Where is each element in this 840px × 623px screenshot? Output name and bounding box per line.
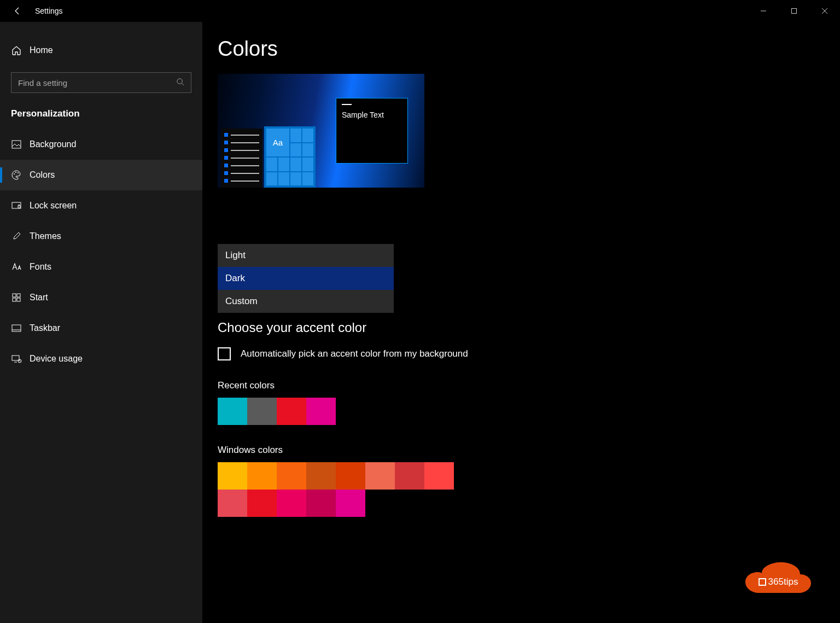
sidebar-item-colors[interactable]: Colors — [0, 160, 202, 190]
windows-color-swatch[interactable] — [247, 490, 277, 517]
svg-point-1 — [177, 79, 182, 84]
sidebar-item-label: Start — [30, 293, 48, 302]
sidebar-item-label: Fonts — [30, 262, 51, 272]
sidebar-item-label: Device usage — [30, 354, 83, 364]
sidebar-home-label: Home — [30, 45, 53, 55]
sidebar-item-device-usage[interactable]: Device usage — [0, 343, 202, 374]
windows-color-swatch[interactable] — [336, 462, 365, 490]
preview-sample-window: Sample Text — [336, 98, 408, 164]
recent-colors-row — [218, 398, 840, 425]
sidebar-item-themes[interactable]: Themes — [0, 221, 202, 252]
page-title: Colors — [218, 37, 840, 61]
search-placeholder: Find a setting — [18, 78, 67, 88]
recent-color-swatch[interactable] — [218, 398, 247, 425]
watermark-365tips: 365tips — [748, 564, 808, 600]
maximize-button[interactable] — [779, 0, 809, 22]
windows-color-swatch[interactable] — [277, 490, 306, 517]
preview-start-list — [221, 129, 262, 188]
picture-icon — [11, 139, 30, 150]
sidebar: Home Find a setting Personalization Back… — [0, 22, 202, 623]
recent-colors-label: Recent colors — [218, 380, 840, 391]
windows-colors-label: Windows colors — [218, 445, 840, 456]
search-icon — [176, 78, 184, 88]
accent-heading: Choose your accent color — [218, 320, 840, 335]
dropdown-option-label: Dark — [225, 273, 245, 284]
sidebar-item-taskbar[interactable]: Taskbar — [0, 313, 202, 343]
dropdown-option-custom[interactable]: Custom — [218, 290, 394, 313]
svg-rect-7 — [18, 206, 20, 208]
recent-color-swatch[interactable] — [306, 398, 336, 425]
windows-color-swatch[interactable] — [424, 462, 454, 490]
dropdown-option-label: Custom — [225, 296, 258, 307]
lock-screen-icon — [11, 200, 30, 211]
sidebar-item-label: Lock screen — [30, 201, 77, 211]
preview-start-tiles: Aa — [264, 126, 316, 188]
windows-color-swatch[interactable] — [395, 462, 424, 490]
minimize-button[interactable] — [748, 0, 779, 22]
brush-icon — [11, 231, 30, 242]
recent-color-swatch[interactable] — [277, 398, 306, 425]
dropdown-option-light[interactable]: Light — [218, 244, 394, 267]
sidebar-home[interactable]: Home — [0, 35, 202, 66]
windows-colors-grid — [218, 462, 840, 517]
windows-color-swatch[interactable] — [218, 462, 247, 490]
main-pane: Colors Aa Sample Text Transparency effec… — [218, 27, 840, 623]
office-logo-icon — [759, 578, 766, 586]
auto-accent-label: Automatically pick an accent color from … — [241, 348, 468, 359]
svg-rect-9 — [17, 294, 20, 297]
dropdown-option-dark[interactable]: Dark — [218, 267, 394, 290]
sidebar-item-label: Taskbar — [30, 323, 60, 333]
sidebar-item-fonts[interactable]: Fonts — [0, 252, 202, 282]
windows-color-swatch[interactable] — [336, 490, 365, 517]
windows-color-swatch[interactable] — [365, 462, 395, 490]
watermark-text: 365tips — [768, 577, 798, 587]
start-icon — [11, 292, 30, 303]
svg-rect-12 — [12, 325, 21, 331]
auto-accent-checkbox[interactable] — [218, 347, 231, 360]
windows-color-swatch[interactable] — [247, 462, 277, 490]
windows-color-swatch[interactable] — [306, 490, 336, 517]
svg-rect-2 — [12, 141, 21, 148]
home-icon — [11, 45, 30, 56]
sidebar-item-label: Background — [30, 139, 76, 149]
sidebar-section-header: Personalization — [0, 104, 202, 129]
svg-rect-8 — [13, 294, 16, 297]
font-icon — [11, 261, 30, 272]
sidebar-item-label: Themes — [30, 231, 61, 241]
close-button[interactable] — [809, 0, 840, 22]
sidebar-item-start[interactable]: Start — [0, 282, 202, 313]
dropdown-option-label: Light — [225, 250, 246, 261]
palette-icon — [11, 170, 30, 181]
back-button[interactable] — [0, 0, 35, 22]
windows-color-swatch[interactable] — [277, 462, 306, 490]
app-title: Settings — [35, 7, 63, 15]
svg-rect-11 — [17, 298, 20, 301]
windows-color-swatch[interactable] — [306, 462, 336, 490]
svg-point-3 — [14, 173, 15, 174]
recent-color-swatch[interactable] — [247, 398, 277, 425]
preview-sample-text: Sample Text — [342, 110, 384, 119]
color-mode-dropdown[interactable]: Light Dark Custom — [218, 244, 394, 313]
sidebar-item-background[interactable]: Background — [0, 129, 202, 160]
windows-color-swatch[interactable] — [218, 490, 247, 517]
color-preview: Aa Sample Text — [218, 74, 424, 188]
svg-point-5 — [18, 172, 19, 173]
preview-aa-tile: Aa — [266, 129, 289, 156]
taskbar-icon — [11, 323, 30, 334]
device-usage-icon — [11, 353, 30, 364]
svg-point-4 — [15, 172, 16, 173]
titlebar: Settings — [0, 0, 840, 22]
search-input[interactable]: Find a setting — [11, 72, 191, 93]
svg-rect-0 — [792, 9, 797, 14]
sidebar-item-label: Colors — [30, 170, 55, 180]
sidebar-item-lock-screen[interactable]: Lock screen — [0, 190, 202, 221]
svg-rect-13 — [12, 356, 19, 360]
svg-rect-10 — [13, 298, 16, 301]
